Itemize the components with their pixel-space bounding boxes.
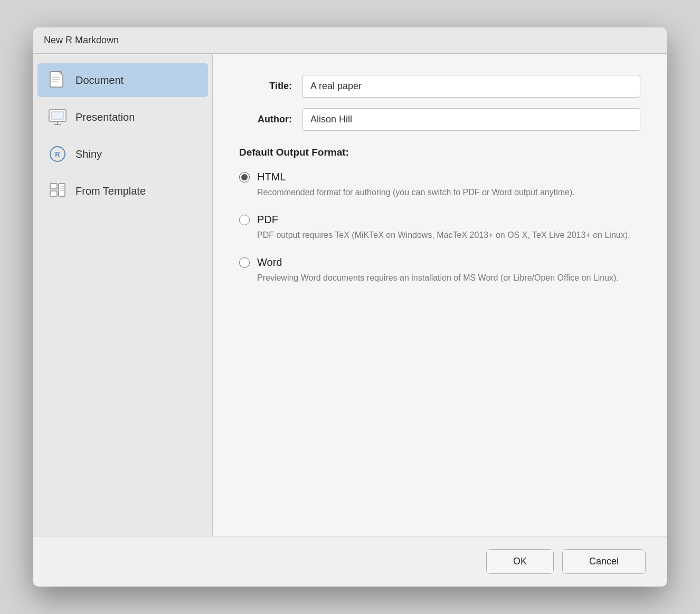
output-format-title: Default Output Format: [239,147,640,158]
sidebar-item-document[interactable]: Document [37,63,208,97]
format-word-desc: Previewing Word documents requires an in… [257,272,640,284]
sidebar-label-presentation: Presentation [75,111,135,123]
svg-rect-10 [59,184,65,196]
title-row: Title: [239,75,640,98]
format-word-radio[interactable] [239,257,250,268]
svg-rect-9 [50,191,57,196]
format-pdf-radio[interactable] [239,215,250,225]
svg-rect-8 [50,184,57,189]
document-icon [48,71,67,90]
format-pdf-row: PDF [239,214,640,226]
cancel-button[interactable]: Cancel [562,549,646,574]
dialog-window: New R Markdown Document [33,27,667,587]
sidebar-item-shiny[interactable]: R Shiny [37,137,208,171]
title-input[interactable] [302,75,640,98]
shiny-r-icon: R [50,146,65,162]
sidebar-item-from-template[interactable]: From Template [37,174,208,208]
shiny-icon: R [48,145,67,164]
svg-rect-7 [51,112,64,119]
main-content: Title: Author: Default Output Format: HT… [213,54,667,536]
format-radio-group: HTML Recommended format for authoring (y… [239,171,640,284]
dialog-body: Document Presentation R [33,54,667,536]
title-label: Title: [239,81,292,92]
format-word-option: Word Previewing Word documents requires … [239,256,640,284]
format-html-row: HTML [239,171,640,183]
format-word-row: Word [239,256,640,268]
format-word-label: Word [257,256,282,268]
sidebar-item-presentation[interactable]: Presentation [37,100,208,134]
ok-button[interactable]: OK [486,549,554,574]
format-pdf-option: PDF PDF output requires TeX (MiKTeX on W… [239,214,640,242]
author-input[interactable] [302,108,640,131]
sidebar-label-from-template: From Template [75,185,146,197]
dialog-footer: OK Cancel [33,536,667,587]
format-html-label: HTML [257,171,286,183]
format-html-desc: Recommended format for authoring (you ca… [257,186,640,199]
title-bar: New R Markdown [33,27,667,54]
sidebar-label-document: Document [75,74,124,87]
template-icon [48,181,67,200]
author-label: Author: [239,114,292,125]
sidebar: Document Presentation R [33,54,213,536]
format-html-option: HTML Recommended format for authoring (y… [239,171,640,199]
format-pdf-desc: PDF output requires TeX (MiKTeX on Windo… [257,229,640,242]
sidebar-label-shiny: Shiny [75,148,102,160]
format-html-radio[interactable] [239,172,250,183]
presentation-icon [48,108,67,127]
dialog-title: New R Markdown [44,35,119,45]
format-pdf-label: PDF [257,214,278,226]
author-row: Author: [239,108,640,131]
